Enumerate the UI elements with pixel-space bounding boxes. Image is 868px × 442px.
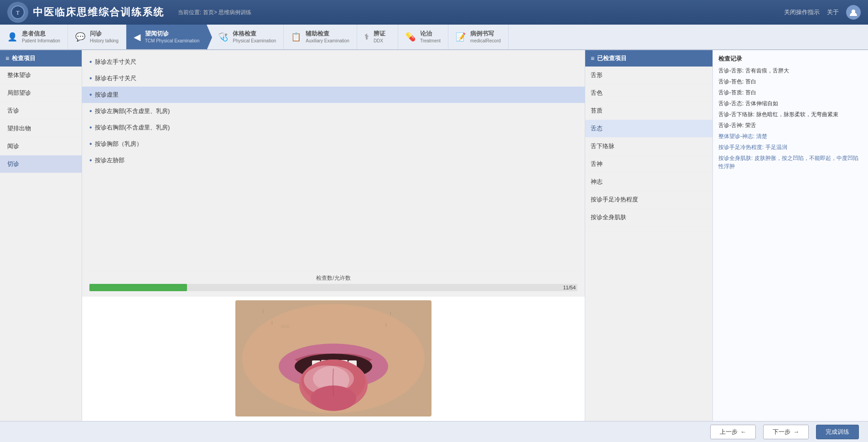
record-item-5: 舌诊-舌神: 荣舌: [718, 121, 863, 129]
progress-section: 检查数/允许数 11/54: [82, 270, 585, 297]
tab-record[interactable]: 📝 病例书写 medicalRecord: [448, 25, 509, 49]
check-item-0[interactable]: 脉诊左手寸关尺: [82, 54, 585, 70]
next-label: 下一步: [773, 428, 790, 436]
checked-list-icon: ≡: [591, 55, 594, 62]
tab-treatment[interactable]: 💊 论治 Treatment: [398, 25, 448, 49]
progress-bar-fill: [89, 284, 187, 291]
menu-item-1[interactable]: 局部望诊: [0, 84, 82, 102]
records-panel: 检查记录 舌诊-舌形: 舌有齿痕，舌胖大 舌诊-苔色: 苔白 舌诊-苔质: 苔白…: [713, 50, 868, 421]
right-panel: ≡ 已检查项目 舌形 舌色 苔质 舌态 舌下络脉 舌神 神志 按诊手足冷热程度 …: [585, 50, 713, 421]
tab-auxiliary[interactable]: 📋 辅助检查 Auxiliary Examination: [284, 25, 357, 49]
header-actions: 关闭操作指示 关于: [784, 5, 861, 20]
checked-item-2[interactable]: 苔质: [585, 102, 712, 120]
svg-text:skin: skin: [281, 323, 290, 329]
svg-rect-19: [390, 312, 391, 315]
next-icon: →: [793, 428, 799, 435]
record-icon: 📝: [456, 32, 466, 42]
tab-history[interactable]: 💬 问诊 History talking: [68, 25, 126, 49]
tab-physical-zh: 体格检查: [233, 30, 276, 38]
menu-item-0[interactable]: 整体望诊: [0, 67, 82, 84]
check-item-4[interactable]: 按诊右胸部(不含虚里、乳房): [82, 119, 585, 136]
checked-list: 舌形 舌色 苔质 舌态 舌下络脉 舌神 神志 按诊手足冷热程度 按诊全身肌肤: [585, 67, 712, 421]
checked-item-4[interactable]: 舌下络脉: [585, 138, 712, 155]
svg-rect-20: [272, 321, 272, 325]
tab-patient[interactable]: 👤 患者信息 Patient Information: [0, 25, 68, 49]
footer: 上一步 ← 下一步 → 完成训练: [0, 421, 868, 442]
prev-label: 上一步: [720, 428, 738, 436]
physical-icon: 🩺: [218, 32, 228, 42]
checked-item-8[interactable]: 按诊全身肌肤: [585, 209, 712, 226]
check-item-2[interactable]: 按诊虚里: [82, 87, 585, 103]
record-item-7: 按诊手足冷热程度: 手足温润: [718, 143, 863, 151]
checked-item-6[interactable]: 神志: [585, 173, 712, 191]
check-item-3[interactable]: 按诊左胸部(不含虚里、乳房): [82, 103, 585, 119]
tab-physical-en: Physical Examination: [233, 38, 276, 44]
check-list: 脉诊左手寸关尺 脉诊右手寸关尺 按诊虚里 按诊左胸部(不含虚里、乳房) 按诊右胸…: [82, 50, 585, 270]
treatment-icon: 💊: [405, 32, 416, 42]
list-icon: ≡: [5, 55, 9, 62]
tab-patient-en: Patient Information: [22, 38, 60, 44]
about-button[interactable]: 关于: [827, 8, 839, 16]
app-logo: T: [7, 2, 28, 23]
tab-record-zh: 病例书写: [470, 30, 501, 38]
record-item-2: 舌诊-苔质: 苔白: [718, 88, 863, 97]
user-avatar[interactable]: [846, 5, 861, 20]
svg-rect-21: [386, 323, 386, 327]
menu-item-4[interactable]: 闻诊: [0, 138, 82, 155]
checked-item-1[interactable]: 舌色: [585, 84, 712, 102]
app-header: T 中医临床思维综合训练系统 当前位置: 首页> 思维病例训练 关闭操作指示 关…: [0, 0, 868, 25]
panels-row: ≡ 检查项目 整体望诊 局部望诊 舌诊 望排出物 闻诊 切诊 脉诊左手寸关尺 脉…: [0, 50, 868, 421]
ddx-icon: ⚕: [364, 32, 369, 42]
tab-physical[interactable]: 🩺 体格检查 Physical Examination: [207, 25, 284, 49]
record-item-8: 按诊全身肌肤: 皮肤肿胀，按之凹陷，不能即起，中度凹陷性浮肿: [718, 154, 863, 170]
prev-button[interactable]: 上一步 ←: [710, 425, 756, 439]
tongue-image-container: skin: [82, 297, 585, 421]
history-icon: 💬: [75, 32, 85, 42]
check-item-5[interactable]: 按诊胸部（乳房）: [82, 136, 585, 152]
tcm-icon: ◀: [134, 31, 140, 42]
svg-text:T: T: [16, 10, 20, 16]
tab-ddx[interactable]: ⚕ 辨证 DDX: [357, 25, 398, 49]
tab-patient-zh: 患者信息: [22, 30, 60, 38]
checked-item-7[interactable]: 按诊手足冷热程度: [585, 191, 712, 209]
finish-button[interactable]: 完成训练: [816, 425, 859, 439]
next-button[interactable]: 下一步 →: [763, 425, 809, 439]
tab-treatment-en: Treatment: [420, 38, 441, 44]
close-ops-button[interactable]: 关闭操作指示: [784, 8, 820, 16]
check-item-1[interactable]: 脉诊右手寸关尺: [82, 70, 585, 87]
left-panel-header: ≡ 检查项目: [0, 50, 82, 67]
records-title: 检查记录: [718, 55, 863, 63]
tab-ddx-zh: 辨证: [374, 30, 385, 38]
record-item-0: 舌诊-舌形: 舌有齿痕，舌胖大: [718, 67, 863, 75]
progress-text: 11/54: [563, 284, 576, 291]
tab-history-en: History talking: [90, 38, 119, 44]
left-menu: 整体望诊 局部望诊 舌诊 望排出物 闻诊 切诊: [0, 67, 82, 173]
left-panel: ≡ 检查项目 整体望诊 局部望诊 舌诊 望排出物 闻诊 切诊: [0, 50, 82, 421]
left-panel-title: 检查项目: [12, 54, 36, 62]
tab-auxiliary-zh: 辅助检查: [306, 30, 349, 38]
record-item-6: 整体望诊-神志: 清楚: [718, 132, 863, 140]
tab-tcm-en: TCM Physical Examination: [145, 38, 199, 44]
checked-item-3[interactable]: 舌态: [585, 120, 712, 138]
auxiliary-icon: 📋: [291, 32, 301, 42]
check-item-6[interactable]: 按诊左胁部: [82, 152, 585, 169]
record-item-4: 舌诊-舌下络脉: 脉色暗红，脉形柔软，无弯曲紧束: [718, 110, 863, 118]
menu-item-2[interactable]: 舌诊: [0, 102, 82, 120]
patient-icon: 👤: [7, 32, 17, 42]
progress-bar-bg: 11/54: [89, 284, 577, 291]
tab-record-en: medicalRecord: [470, 38, 501, 44]
tab-history-zh: 问诊: [90, 30, 119, 38]
tab-auxiliary-en: Auxiliary Examination: [306, 38, 349, 44]
finish-label: 完成训练: [826, 428, 849, 436]
right-panel-header: ≡ 已检查项目: [585, 50, 712, 67]
tongue-image: skin: [235, 300, 431, 416]
app-title: 中医临床思维综合训练系统: [33, 5, 164, 19]
checked-item-5[interactable]: 舌神: [585, 155, 712, 173]
breadcrumb: 当前位置: 首页> 思维病例训练: [178, 9, 784, 16]
menu-item-5[interactable]: 切诊: [0, 155, 82, 173]
prev-icon: ←: [740, 428, 746, 435]
checked-item-0[interactable]: 舌形: [585, 67, 712, 84]
progress-label: 检查数/允许数: [89, 274, 577, 282]
menu-item-3[interactable]: 望排出物: [0, 120, 82, 138]
tab-tcm[interactable]: ◀ 望闻切诊 TCM Physical Examination: [126, 25, 207, 49]
